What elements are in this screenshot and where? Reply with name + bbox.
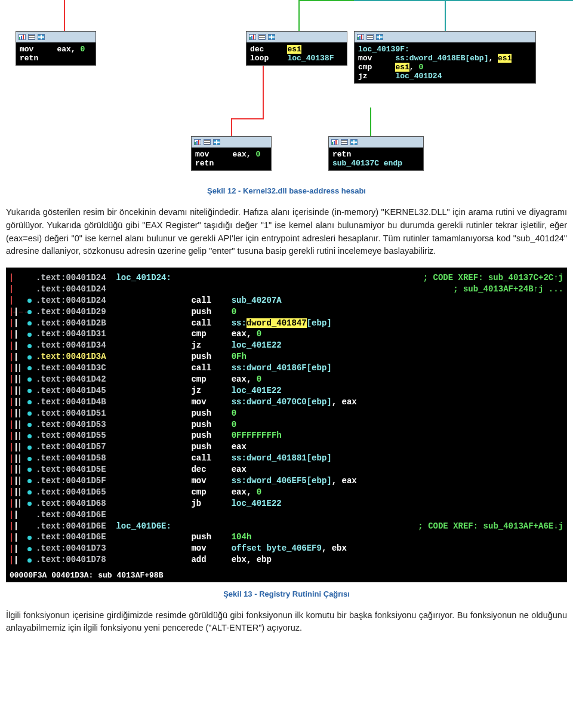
- svg-rect-47: [355, 140, 357, 142]
- graph-node-3[interactable]: loc_40139F: mov ss:dword_4018EB[ebp], es…: [354, 31, 536, 84]
- asm-line[interactable]: .text:00401D58 call ss:dword_401881[ebp]: [10, 453, 563, 464]
- node-body: dec esi loop loc_40138F: [247, 42, 347, 65]
- edge-teal-h: [354, 0, 573, 1]
- node-body: mov eax, 0 retn: [16, 42, 96, 65]
- svg-rect-15: [259, 39, 265, 39]
- edge-red-2s: [263, 66, 264, 119]
- node-body: retn sub_40137C endp: [329, 148, 423, 170]
- node-title: [16, 32, 96, 42]
- grid-icon: [38, 34, 45, 40]
- asm-line[interactable]: .text:00401D6E: [10, 509, 563, 521]
- graph-node-1[interactable]: mov eax, 0 retn: [16, 31, 96, 66]
- svg-rect-34: [204, 142, 210, 143]
- asm-line[interactable]: .text:00401D5E dec eax: [10, 464, 563, 475]
- asm-line[interactable]: .text:00401D6E loc_401D6E:; CODE XREF: s…: [10, 521, 563, 532]
- asm-line[interactable]: .text:00401D45 jz loc_401E22: [10, 385, 563, 397]
- asm-line[interactable]: .text:00401D4B mov ss:dword_4070C0[ebp],…: [10, 397, 563, 408]
- svg-rect-29: [380, 38, 383, 39]
- asm-line[interactable]: .text:00401D24 call sub_40207A: [10, 295, 563, 306]
- menu-icon: [341, 139, 348, 145]
- asm-line[interactable]: .text:00401D5F mov ss:dword_406EF5[ebp],…: [10, 475, 563, 487]
- svg-rect-32: [198, 140, 199, 145]
- svg-rect-41: [334, 141, 335, 145]
- svg-rect-3: [29, 35, 35, 36]
- asm-line[interactable]: .text:00401D3C call ss:dword_40186F[ebp]: [10, 363, 563, 374]
- asm-line[interactable]: .text:00401D51 push 0: [10, 408, 563, 419]
- svg-rect-36: [214, 140, 216, 142]
- svg-rect-49: [355, 143, 357, 145]
- svg-rect-45: [341, 144, 347, 145]
- edge-red: [64, 0, 65, 31]
- svg-rect-31: [196, 141, 198, 145]
- node-body: loc_40139F: mov ss:dword_4018EB[ebp], es…: [355, 42, 535, 83]
- asm-line[interactable]: .text:00401D2B call ss:dword_401847[ebp]: [10, 318, 563, 329]
- menu-icon: [204, 139, 211, 145]
- svg-rect-2: [23, 35, 24, 39]
- node-title: [247, 32, 347, 42]
- asm-line[interactable]: .text:00401D29 push 0: [10, 306, 563, 318]
- svg-rect-35: [204, 144, 210, 145]
- asm-line[interactable]: .text:00401D73 mov offset byte_406EF9, e…: [10, 543, 563, 554]
- node-title: [355, 32, 535, 42]
- asm-line[interactable]: .text:00401D24 loc_401D24:; CODE XREF: s…: [10, 272, 563, 284]
- asm-line[interactable]: .text:00401D65 cmp eax, 0: [10, 487, 563, 498]
- svg-rect-24: [367, 37, 373, 38]
- figure-caption-12: Şekil 12 - Kernel32.dll base-address hes…: [0, 186, 573, 195]
- edge-green-2: [370, 107, 371, 137]
- menu-icon: [366, 34, 374, 40]
- chart-icon: [249, 34, 256, 40]
- asm-line[interactable]: .text:00401D42 cmp eax, 0: [10, 374, 563, 385]
- graph-node-2[interactable]: dec esi loop loc_40138F: [246, 31, 347, 66]
- svg-rect-1: [21, 36, 22, 39]
- svg-rect-27: [380, 35, 383, 36]
- chart-icon: [194, 139, 201, 145]
- asm-line[interactable]: .text:00401D55 push 0FFFFFFFFh: [10, 430, 563, 441]
- ida-listing[interactable]: .text:00401D24 loc_401D24:; CODE XREF: s…: [6, 268, 567, 582]
- asm-line[interactable]: .text:00401D24; sub_4013AF+24B↑j ...: [10, 284, 563, 295]
- svg-rect-48: [351, 143, 353, 145]
- asm-line[interactable]: .text:00401D31 cmp eax, 0: [10, 328, 563, 340]
- node-body: mov eax, 0 retn: [192, 148, 271, 170]
- svg-rect-18: [269, 38, 271, 39]
- ida-status-bar: 00000F3A 00401D3A: sub 4013AF+98B: [6, 569, 567, 582]
- asm-line[interactable]: .text:00401D68 jb loc_401E22: [10, 498, 563, 509]
- svg-rect-21: [359, 36, 361, 39]
- svg-rect-38: [214, 143, 216, 145]
- grid-icon: [268, 34, 275, 40]
- svg-rect-19: [272, 38, 275, 39]
- grid-icon: [350, 139, 358, 145]
- chart-icon: [331, 139, 338, 145]
- node-title: [192, 137, 271, 148]
- svg-rect-43: [341, 140, 347, 141]
- asm-line[interactable]: .text:00401D78 add ebx, ebp: [10, 554, 563, 566]
- asm-line[interactable]: .text:00401D34 jz loc_401E22: [10, 340, 563, 351]
- asm-line[interactable]: .text:00401D57 push eax: [10, 441, 563, 453]
- edge-red-2: [231, 118, 232, 139]
- graph-node-4[interactable]: mov eax, 0 retn: [191, 136, 272, 171]
- menu-icon: [258, 34, 266, 40]
- node-title: [329, 137, 423, 148]
- asm-line[interactable]: .text:00401D6E push 104h: [10, 532, 563, 543]
- svg-rect-30: [195, 142, 196, 145]
- svg-rect-37: [217, 140, 220, 142]
- svg-rect-12: [253, 35, 254, 39]
- svg-rect-9: [42, 38, 44, 39]
- asm-line[interactable]: .text:00401D3A push 0Fh: [10, 351, 563, 363]
- svg-rect-7: [42, 35, 44, 36]
- svg-rect-14: [259, 37, 265, 38]
- grid-icon: [213, 139, 220, 145]
- svg-rect-20: [358, 37, 359, 39]
- svg-rect-4: [29, 37, 35, 38]
- svg-rect-28: [377, 38, 379, 39]
- svg-rect-8: [38, 38, 41, 39]
- svg-rect-13: [259, 35, 265, 36]
- svg-rect-46: [351, 140, 353, 142]
- grid-icon: [376, 34, 383, 40]
- chart-icon: [357, 34, 364, 40]
- svg-rect-26: [377, 35, 379, 36]
- edge-teal-1: [445, 0, 446, 31]
- svg-rect-42: [335, 140, 337, 145]
- svg-rect-40: [332, 142, 333, 145]
- asm-line[interactable]: .text:00401D53 push 0: [10, 419, 563, 431]
- graph-node-5[interactable]: retn sub_40137C endp: [328, 136, 424, 171]
